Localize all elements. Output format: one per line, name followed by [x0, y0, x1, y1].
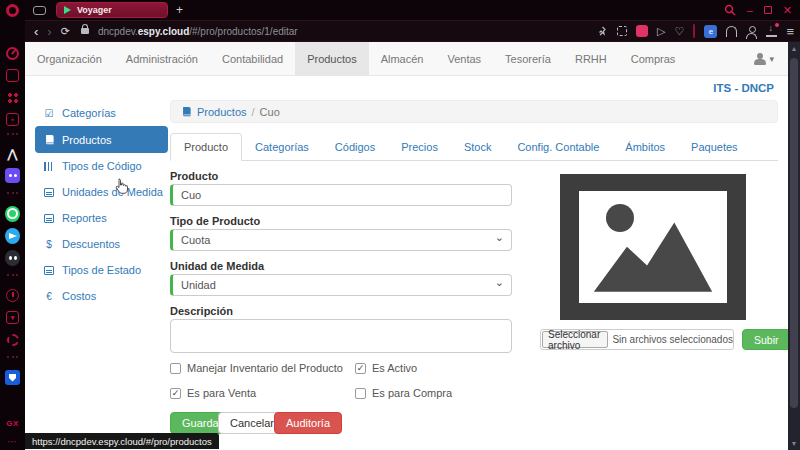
breadcrumb: Productos / Cuo	[170, 100, 778, 123]
checkbox[interactable]: ✓	[170, 363, 181, 374]
tenant-brand: ITS - DNCP	[713, 82, 774, 94]
nav-item-organizacion[interactable]: Organización	[25, 42, 114, 75]
new-tab-button[interactable]: +	[176, 3, 183, 17]
close-icon[interactable]: ✕	[783, 5, 792, 16]
telegram-icon[interactable]	[5, 228, 20, 243]
nav-item-productos[interactable]: Productos	[295, 42, 369, 75]
lock-icon[interactable]	[81, 28, 89, 34]
sidebar-item-productos[interactable]: Productos	[35, 126, 168, 153]
ghost-extension-icon[interactable]	[726, 26, 737, 37]
tab-ambitos[interactable]: Ámbitos	[612, 134, 678, 160]
mods-grid-icon[interactable]	[5, 90, 20, 105]
tab-config-contable[interactable]: Config. Contable	[504, 134, 612, 160]
snapshot-icon[interactable]	[617, 26, 627, 36]
check-es-para-venta[interactable]: ✓ Es para Venta	[170, 387, 256, 399]
checkbox[interactable]: ✓	[355, 388, 366, 399]
bookmark-heart-icon[interactable]: ♡	[675, 26, 685, 37]
scroll-up-icon[interactable]: ▲	[788, 45, 800, 52]
discord-icon[interactable]	[5, 250, 20, 265]
tab-codigos[interactable]: Códigos	[322, 134, 388, 160]
scroll-down-icon[interactable]: ▼	[788, 440, 800, 447]
profile-icon[interactable]	[746, 26, 757, 37]
user-menu[interactable]: ▾	[754, 42, 788, 75]
nav-item-administracion[interactable]: Administración	[114, 42, 210, 75]
opera-logo-icon[interactable]	[5, 3, 20, 18]
sidebar-item-reportes[interactable]: Reportes	[35, 205, 168, 231]
choose-file-button[interactable]: Seleccionar archivo	[542, 331, 608, 348]
scrollbar-thumb[interactable]	[790, 58, 798, 408]
rail-more-icon[interactable]: ⋯	[5, 434, 20, 449]
nav-item-contabilidad[interactable]: Contabilidad	[210, 42, 295, 75]
extension-icon[interactable]: e	[704, 25, 717, 38]
workspace-icon[interactable]	[33, 6, 46, 15]
back-icon[interactable]: ‹	[34, 25, 38, 38]
sidebar-item-tipos-de-estado[interactable]: Tipos de Estado	[35, 257, 168, 283]
hot-tabs-icon[interactable]: ▪	[5, 112, 20, 127]
history-clock-icon[interactable]	[5, 288, 20, 303]
check-es-para-compra[interactable]: ✓ Es para Compra	[355, 387, 452, 399]
tab-title: Voyager	[77, 5, 112, 15]
breadcrumb-root-link[interactable]: Productos	[197, 106, 247, 118]
sidebar-item-label: Tipos de Estado	[62, 264, 141, 276]
download-icon[interactable]	[766, 26, 777, 37]
nav-item-compras[interactable]: Compras	[619, 42, 688, 75]
gx-corner-icon[interactable]	[5, 46, 20, 61]
barcode-icon	[43, 162, 55, 171]
tab-paquetes[interactable]: Paquetes	[678, 134, 750, 160]
pin-icon[interactable]	[597, 26, 608, 37]
nav-item-ventas[interactable]: Ventas	[435, 42, 493, 75]
settings-gear-icon[interactable]	[5, 332, 20, 347]
easy-setup-icon[interactable]: ▾	[5, 310, 20, 325]
detail-tabs: Producto Categorías Códigos Precios Stoc…	[170, 134, 778, 161]
minimize-icon[interactable]: –	[747, 5, 753, 16]
euro-icon: €	[43, 291, 55, 302]
nav-item-tesoreria[interactable]: Tesorería	[493, 42, 563, 75]
bitwarden-shield-icon[interactable]	[5, 370, 20, 385]
whatsapp-icon[interactable]	[5, 206, 20, 221]
player-icon[interactable]	[5, 168, 20, 183]
sidebar-item-tipos-de-codigo[interactable]: Tipos de Código	[35, 153, 168, 179]
url-text[interactable]: dncpdev.espy.cloud/#/pro/productos/1/edi…	[98, 26, 298, 37]
tab-categorias[interactable]: Categorías	[242, 134, 322, 160]
browser-tab-voyager[interactable]: Voyager	[56, 2, 168, 18]
audit-button[interactable]: Auditoría	[274, 412, 342, 434]
page-scrollbar[interactable]: ▲ ▼	[788, 42, 800, 450]
placeholder-art	[579, 191, 727, 303]
address-bar-actions: ▷ ♡ e ≡	[597, 24, 800, 38]
list-icon	[43, 188, 55, 197]
check-es-activo[interactable]: ✓ Es Activo	[355, 362, 417, 374]
descripcion-textarea[interactable]	[170, 319, 512, 353]
gx-games-icon[interactable]	[5, 68, 20, 83]
url-path: /#/pro/productos/1/editar	[189, 26, 297, 37]
sidebar-item-categorias[interactable]: ☑ Categorías	[35, 100, 168, 126]
nav-item-almacen[interactable]: Almacén	[369, 42, 436, 75]
sidebar-item-label: Unidades de Medida	[62, 186, 163, 198]
rail-divider	[7, 192, 18, 194]
tab-producto[interactable]: Producto	[170, 133, 242, 161]
tab-stock[interactable]: Stock	[451, 134, 505, 160]
search-icon[interactable]	[724, 4, 736, 16]
shield-badge-icon[interactable]	[636, 25, 648, 37]
breadcrumb-separator: /	[252, 106, 255, 118]
nav-item-rrhh[interactable]: RRHH	[563, 42, 619, 75]
reload-icon[interactable]: ⟳	[61, 26, 70, 37]
forward-icon[interactable]: ›	[47, 25, 51, 38]
report-icon	[43, 214, 55, 223]
sidebar-item-costos[interactable]: € Costos	[35, 283, 168, 309]
restore-window-icon[interactable]	[764, 6, 772, 14]
sidebar-item-unidades-de-medida[interactable]: Unidades de Medida	[35, 179, 168, 205]
checkbox[interactable]: ✓	[355, 363, 366, 374]
producto-input[interactable]: Cuo	[170, 184, 512, 206]
check-manejar-inventario[interactable]: ✓ Manejar Inventario del Producto	[170, 362, 343, 374]
upload-button[interactable]: Subir	[742, 329, 788, 350]
checkbox[interactable]: ✓	[170, 388, 181, 399]
twitch-icon[interactable]: ⋀	[5, 146, 20, 161]
breadcrumb-current: Cuo	[260, 106, 280, 118]
send-to-device-icon[interactable]: ▷	[657, 26, 665, 37]
unidad-de-medida-select[interactable]: Unidad	[170, 274, 512, 296]
sidebar-item-descuentos[interactable]: $ Descuentos	[35, 231, 168, 257]
file-input[interactable]: Seleccionar archivo Sin archivos selecci…	[540, 329, 734, 350]
menu-icon[interactable]: ≡	[786, 25, 794, 38]
tipo-de-producto-select[interactable]: Cuota	[170, 229, 512, 251]
tab-precios[interactable]: Precios	[388, 134, 451, 160]
